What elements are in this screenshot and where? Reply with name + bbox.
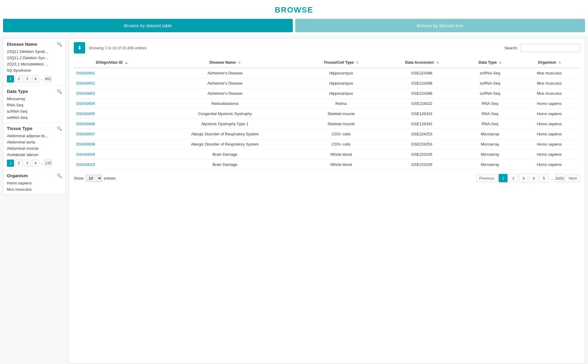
- pagination-controls: Previous 1 2 3 4 5 ... 1031 Next: [476, 174, 580, 182]
- table-row: DSA00007 Allergic Disorder of Respirator…: [74, 129, 580, 139]
- filter-item[interactable]: 5Q-Syndrome: [7, 67, 62, 74]
- search-bar: Search:: [504, 44, 580, 52]
- sort-icon-organism: ⇅: [558, 61, 561, 64]
- page-btn-2[interactable]: 2: [509, 174, 518, 182]
- page-btn-last[interactable]: 451: [45, 75, 52, 82]
- cell-disease: Brain Damage: [150, 149, 300, 160]
- tab-tree[interactable]: Browse by disease tree: [295, 19, 585, 32]
- cell-tissue: Hippocampus: [300, 68, 382, 78]
- filter-item[interactable]: Abdominal aorta: [7, 139, 62, 145]
- page-btn[interactable]: 2: [15, 160, 22, 167]
- entries-info: Showing 1 to 10 of 10,306 entries: [89, 46, 147, 50]
- show-label: Show: [74, 176, 84, 181]
- page-btn-last[interactable]: 1031: [555, 174, 564, 182]
- table-head: DiSignAtlas ID ▲ Disease Name ⇅ Tissue/C…: [74, 57, 580, 68]
- table-row: DSA00009 Brain Damage Whole blood GSE223…: [74, 149, 580, 160]
- cell-id[interactable]: DSA00003: [74, 88, 150, 99]
- filter-item[interactable]: Abdominal muscle: [7, 145, 62, 152]
- table-row: DSA00003 Alzheimer's Disease Hippocampus…: [74, 88, 580, 99]
- filter-tissue-type-title: Tissue Type: [7, 126, 32, 131]
- search-label: Search:: [504, 46, 518, 50]
- filter-item[interactable]: Mus musculus: [7, 186, 62, 192]
- page-btn[interactable]: 2: [15, 75, 22, 82]
- cell-disease: Alzheimer's Disease: [150, 78, 300, 88]
- page-btn-5[interactable]: 5: [539, 174, 548, 182]
- cell-id[interactable]: DSA00008: [74, 139, 150, 149]
- disease-name-search-icon[interactable]: 🔍: [57, 42, 62, 47]
- filter-item[interactable]: Acetabular labrum: [7, 152, 62, 158]
- page-btn-last[interactable]: 115: [45, 160, 52, 167]
- page-btn[interactable]: 1: [7, 160, 14, 167]
- page-btn[interactable]: 3: [24, 160, 31, 167]
- cell-accession: GSE223245: [382, 160, 461, 170]
- cell-organism: Homo sapiens: [519, 99, 580, 109]
- tissue-type-pagination: 1 2 3 4 ... 115: [7, 158, 62, 168]
- cell-id[interactable]: DSA00009: [74, 149, 150, 160]
- filter-item[interactable]: Microarray: [7, 96, 62, 102]
- filter-disease-name-header: Disease Name 🔍: [7, 42, 62, 47]
- filter-item[interactable]: 2Q23.1 Microdeletion ...: [7, 61, 62, 67]
- cell-organism: Mus musculus: [519, 88, 580, 99]
- cell-datatype: scRNA-Seq: [461, 68, 519, 78]
- prev-button[interactable]: Previous: [476, 175, 498, 182]
- cell-id[interactable]: DSA00010: [74, 160, 150, 170]
- tissue-type-search-icon[interactable]: 🔍: [57, 126, 62, 131]
- filter-item[interactable]: scRNA-Seq: [7, 108, 62, 114]
- page-btn[interactable]: 3: [24, 75, 31, 82]
- cell-datatype: scRNA-Seq: [461, 88, 519, 99]
- cell-id[interactable]: DSA00001: [74, 68, 150, 78]
- filter-organism-header: Organism 🔍: [7, 173, 62, 178]
- page-btn[interactable]: 4: [32, 160, 39, 167]
- filter-data-type: Data Type 🔍 Microarray RNA-Seq scRNA-Seq…: [3, 86, 65, 123]
- filter-organism-title: Organism: [7, 173, 28, 178]
- page-btn-4[interactable]: 4: [529, 174, 538, 182]
- cell-id[interactable]: DSA00002: [74, 78, 150, 88]
- filter-item[interactable]: snRNA-Seq: [7, 114, 62, 121]
- page-btn-1[interactable]: 1: [499, 174, 508, 182]
- col-header-organism[interactable]: Organism ⇅: [519, 57, 580, 68]
- cell-tissue: Whole blood: [300, 160, 382, 170]
- filter-item[interactable]: RNA-Seq: [7, 102, 62, 108]
- cell-id[interactable]: DSA00007: [74, 129, 150, 139]
- cell-accession: GSE224253: [382, 139, 461, 149]
- filter-item[interactable]: 22Q11 Deletion Syndr...: [7, 48, 62, 55]
- col-header-disease[interactable]: Disease Name ⇅: [150, 57, 300, 68]
- tab-dataset[interactable]: Browse by dataset table: [3, 19, 293, 32]
- cell-tissue: Hippocampus: [300, 88, 382, 99]
- data-type-search-icon[interactable]: 🔍: [57, 89, 62, 94]
- cell-id[interactable]: DSA00004: [74, 99, 150, 109]
- cell-datatype: Microarray: [461, 160, 519, 170]
- col-header-id[interactable]: DiSignAtlas ID ▲: [74, 57, 150, 68]
- col-header-tissue[interactable]: Tissue/Cell Type ⇅: [300, 57, 382, 68]
- col-header-accession[interactable]: Data Accession ⇅: [382, 57, 461, 68]
- cell-id[interactable]: DSA00006: [74, 119, 150, 129]
- page-btn[interactable]: 4: [32, 75, 39, 82]
- cell-datatype: Microarray: [461, 139, 519, 149]
- search-input[interactable]: [520, 44, 580, 52]
- download-button[interactable]: ⬇: [74, 42, 85, 53]
- cell-tissue: CD3+ cells: [300, 139, 382, 149]
- cell-disease: Alzheimer's Disease: [150, 68, 300, 78]
- cell-tissue: Whole blood: [300, 149, 382, 160]
- filter-item[interactable]: Abdominal adipose tis...: [7, 133, 62, 139]
- page-btn-3[interactable]: 3: [519, 174, 528, 182]
- filter-item[interactable]: Homo sapiens: [7, 180, 62, 186]
- cell-datatype: RNA-Seq: [461, 119, 519, 129]
- next-button[interactable]: Next: [565, 175, 580, 182]
- cell-id[interactable]: DSA00005: [74, 109, 150, 119]
- cell-tissue: Skeletal muscle: [300, 109, 382, 119]
- cell-accession: GSE224253: [382, 129, 461, 139]
- table-header-row: DiSignAtlas ID ▲ Disease Name ⇅ Tissue/C…: [74, 57, 580, 68]
- filter-item[interactable]: 22Q11.2 Deletion Syn...: [7, 55, 62, 61]
- data-table: DiSignAtlas ID ▲ Disease Name ⇅ Tissue/C…: [74, 57, 580, 170]
- sort-icon-tissue: ⇅: [356, 61, 359, 64]
- col-header-datatype[interactable]: Data Type ⇅: [461, 57, 519, 68]
- organism-search-icon[interactable]: 🔍: [57, 173, 62, 178]
- entries-select[interactable]: 10 25 50 100: [85, 175, 102, 182]
- cell-tissue: CD3+ cells: [300, 129, 382, 139]
- pagination-bottom: Show 10 25 50 100 entries Previous 1 2 3…: [74, 174, 580, 182]
- cell-disease: Retinoblastoma: [150, 99, 300, 109]
- cell-organism: Homo sapiens: [519, 149, 580, 160]
- page-btn[interactable]: 1: [7, 75, 14, 82]
- page-dots: ...: [40, 161, 43, 165]
